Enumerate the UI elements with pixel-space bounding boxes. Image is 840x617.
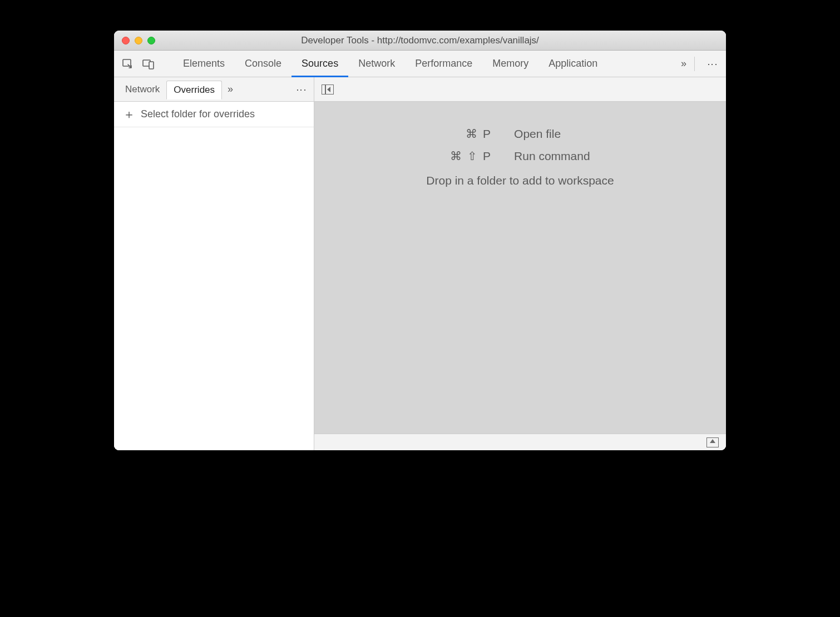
traffic-lights	[122, 37, 155, 44]
plus-icon: ＋	[123, 106, 135, 123]
main-toolbar: Elements Console Sources Network Perform…	[114, 51, 726, 77]
tab-label: Network	[358, 58, 395, 69]
settings-kebab-icon[interactable]: ⋮	[705, 56, 720, 72]
shortcut-keys-run-command: ⌘ ⇧ P	[450, 150, 492, 163]
close-window-button[interactable]	[122, 37, 130, 44]
workspace-hint: Drop in a folder to add to workspace	[426, 174, 614, 187]
tab-performance[interactable]: Performance	[405, 51, 482, 77]
tab-label: Application	[549, 58, 597, 69]
shortcut-keys-open-file: ⌘ P	[450, 127, 492, 141]
editor-empty-state: ⌘ P Open file ⌘ ⇧ P Run command Drop in …	[314, 102, 726, 434]
select-folder-for-overrides-button[interactable]: ＋ Select folder for overrides	[114, 102, 314, 127]
toolbar-right: » ⋮	[681, 56, 720, 72]
devtools-window: Developer Tools - http://todomvc.com/exa…	[114, 31, 726, 450]
tab-label: Console	[245, 58, 281, 69]
editor-area: ⌘ P Open file ⌘ ⇧ P Run command Drop in …	[314, 77, 726, 450]
tab-sources[interactable]: Sources	[291, 51, 348, 77]
more-tabs-icon[interactable]: »	[681, 58, 684, 69]
tab-label: Performance	[415, 58, 472, 69]
tab-network[interactable]: Network	[348, 51, 405, 77]
shortcut-label-run-command: Run command	[514, 150, 590, 163]
panel-tabs: Elements Console Sources Network Perform…	[173, 51, 607, 77]
toggle-device-toolbar-icon[interactable]	[141, 56, 156, 72]
zoom-window-button[interactable]	[147, 37, 155, 44]
tab-label: Elements	[183, 58, 225, 69]
window-title: Developer Tools - http://todomvc.com/exa…	[114, 35, 726, 46]
svg-rect-0	[123, 59, 131, 66]
more-navigator-tabs-icon[interactable]: »	[228, 83, 231, 95]
navigator-tab-label: Overrides	[174, 84, 215, 95]
status-bar	[314, 434, 726, 450]
divider	[694, 57, 695, 71]
body: Network Overrides » ⋮ ＋ Select folder fo…	[114, 77, 726, 450]
shortcut-label-open-file: Open file	[514, 127, 590, 141]
toggle-drawer-icon[interactable]	[705, 435, 720, 450]
editor-tabs-bar	[314, 77, 726, 102]
inspect-element-icon[interactable]	[120, 56, 135, 72]
navigator-kebab-icon[interactable]: ⋮	[294, 82, 309, 97]
toggle-navigator-icon[interactable]	[320, 82, 335, 97]
navigator-tab-overrides[interactable]: Overrides	[166, 81, 222, 99]
titlebar: Developer Tools - http://todomvc.com/exa…	[114, 31, 726, 51]
select-folder-label: Select folder for overrides	[141, 108, 255, 120]
navigator-sidebar: Network Overrides » ⋮ ＋ Select folder fo…	[114, 77, 314, 450]
svg-rect-2	[149, 62, 154, 69]
tab-elements[interactable]: Elements	[173, 51, 235, 77]
tab-label: Sources	[302, 58, 338, 69]
shortcut-hints: ⌘ P Open file ⌘ ⇧ P Run command	[450, 127, 590, 163]
minimize-window-button[interactable]	[135, 37, 142, 44]
tab-console[interactable]: Console	[235, 51, 291, 77]
navigator-tab-label: Network	[125, 84, 160, 94]
navigator-content: ＋ Select folder for overrides	[114, 102, 314, 450]
tab-application[interactable]: Application	[538, 51, 607, 77]
navigator-tabs: Network Overrides » ⋮	[114, 77, 314, 102]
tab-label: Memory	[492, 58, 528, 69]
navigator-tab-network[interactable]: Network	[118, 81, 166, 98]
tab-memory[interactable]: Memory	[482, 51, 538, 77]
